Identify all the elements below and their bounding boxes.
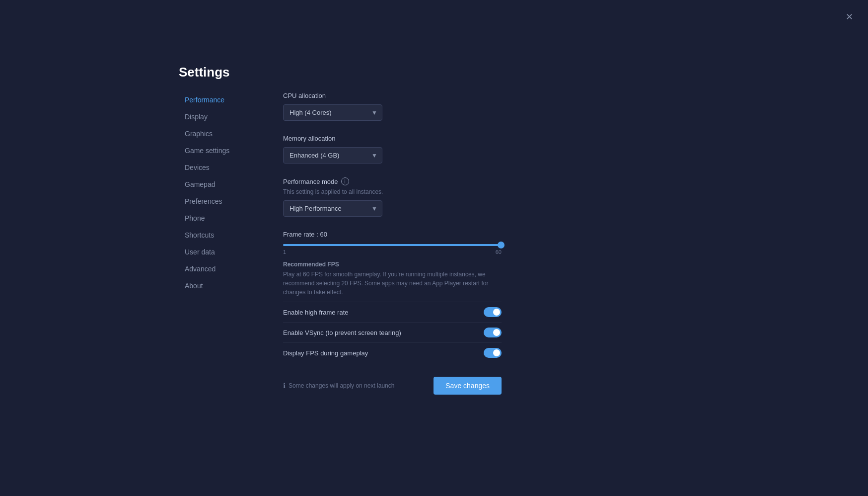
info-icon[interactable]: i: [341, 177, 349, 185]
toggle-knob-high-frame-rate: [493, 309, 500, 316]
performance-mode-select[interactable]: High Performance Balanced Ultra Performa…: [283, 200, 382, 217]
toggle-row-vsync: Enable VSync (to prevent screen tearing): [283, 322, 502, 342]
sidebar-item-display[interactable]: Display: [179, 109, 268, 125]
performance-mode-subtitle: This setting is applied to all instances…: [283, 188, 521, 195]
sidebar-item-advanced[interactable]: Advanced: [179, 261, 268, 277]
memory-allocation-select[interactable]: Enhanced (4 GB) Low (1 GB) Medium (2 GB)…: [283, 147, 382, 164]
sidebar-item-gamepad[interactable]: Gamepad: [179, 176, 268, 192]
sidebar-item-shortcuts[interactable]: Shortcuts: [179, 227, 268, 243]
footer-note: ℹ Some changes will apply on next launch: [283, 382, 394, 390]
toggle-vsync[interactable]: [484, 328, 502, 337]
cpu-allocation-select[interactable]: High (4 Cores) Low (1 Core) Medium (2 Co…: [283, 104, 382, 121]
footer: ℹ Some changes will apply on next launch…: [283, 377, 502, 395]
memory-allocation-section: Memory allocation Enhanced (4 GB) Low (1…: [283, 135, 521, 164]
fps-recommendation: Recommended FPS Play at 60 FPS for smoot…: [283, 261, 521, 297]
sidebar-item-preferences[interactable]: Preferences: [179, 193, 268, 209]
toggle-knob-vsync: [493, 329, 500, 336]
cpu-allocation-wrapper: High (4 Cores) Low (1 Core) Medium (2 Co…: [283, 104, 382, 121]
slider-track: [283, 244, 502, 246]
toggles-container: Enable high frame rateEnable VSync (to p…: [283, 302, 521, 363]
close-icon: ✕: [846, 11, 853, 22]
sidebar-item-devices[interactable]: Devices: [179, 160, 268, 175]
close-button[interactable]: ✕: [842, 10, 856, 24]
cpu-allocation-label: CPU allocation: [283, 92, 521, 99]
toggle-label-display-fps: Display FPS during gameplay: [283, 349, 368, 357]
sidebar-item-about[interactable]: About: [179, 278, 268, 294]
slider-thumb[interactable]: [498, 242, 505, 248]
toggle-high-frame-rate[interactable]: [484, 307, 502, 317]
slider-max-label: 60: [496, 249, 502, 255]
sidebar-item-game-settings[interactable]: Game settings: [179, 143, 268, 159]
frame-rate-slider-container: 1 60: [283, 244, 502, 255]
toggle-label-high-frame-rate: Enable high frame rate: [283, 309, 349, 316]
sidebar-item-graphics[interactable]: Graphics: [179, 126, 268, 142]
performance-mode-section: Performance mode i This setting is appli…: [283, 177, 521, 217]
performance-mode-label: Performance mode i: [283, 177, 521, 185]
info-circle-icon: ℹ: [283, 382, 286, 390]
toggle-label-vsync: Enable VSync (to prevent screen tearing): [283, 329, 401, 336]
page-title: Settings: [179, 65, 230, 80]
toggle-row-high-frame-rate: Enable high frame rate: [283, 302, 502, 322]
toggle-display-fps[interactable]: [484, 348, 502, 358]
sidebar-item-performance[interactable]: Performance: [179, 92, 268, 108]
save-changes-button[interactable]: Save changes: [434, 377, 502, 395]
memory-allocation-wrapper: Enhanced (4 GB) Low (1 GB) Medium (2 GB)…: [283, 147, 382, 164]
fps-rec-desc: Play at 60 FPS for smooth gameplay. If y…: [283, 270, 497, 297]
performance-mode-text: Performance mode: [283, 178, 338, 185]
slider-fill: [283, 244, 502, 246]
slider-min-label: 1: [283, 249, 286, 255]
performance-mode-wrapper: High Performance Balanced Ultra Performa…: [283, 200, 382, 217]
toggle-knob-display-fps: [493, 349, 500, 356]
memory-allocation-label: Memory allocation: [283, 135, 521, 142]
frame-rate-label: Frame rate : 60: [283, 231, 521, 238]
cpu-allocation-section: CPU allocation High (4 Cores) Low (1 Cor…: [283, 92, 521, 121]
main-content: CPU allocation High (4 Cores) Low (1 Cor…: [283, 87, 521, 395]
toggle-row-display-fps: Display FPS during gameplay: [283, 342, 502, 363]
slider-labels: 1 60: [283, 249, 502, 255]
sidebar-item-user-data[interactable]: User data: [179, 244, 268, 260]
sidebar-item-phone[interactable]: Phone: [179, 210, 268, 226]
fps-rec-title: Recommended FPS: [283, 261, 521, 268]
footer-note-text: Some changes will apply on next launch: [289, 382, 394, 389]
sidebar: PerformanceDisplayGraphicsGame settingsD…: [179, 87, 268, 395]
frame-rate-section: Frame rate : 60 1 60 Recommended FPS Pla…: [283, 231, 521, 297]
